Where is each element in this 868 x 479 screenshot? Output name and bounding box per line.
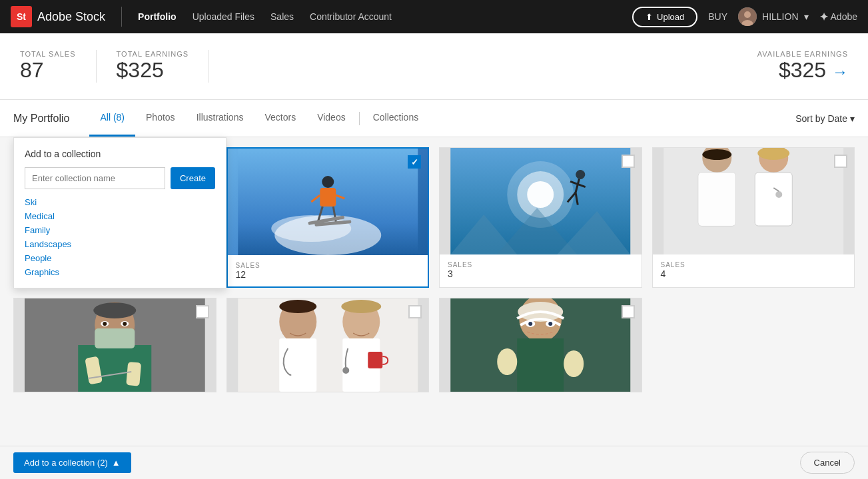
- total-earnings-label: TOTAL EARNINGS: [117, 50, 189, 58]
- svg-rect-45: [755, 173, 792, 226]
- card-checkbox-3[interactable]: [622, 155, 635, 168]
- svg-point-20: [322, 176, 334, 188]
- image-thumbnail-2: [228, 149, 428, 255]
- svg-point-72: [342, 367, 349, 374]
- user-avatar: [738, 7, 757, 26]
- tab-all[interactable]: All (8): [89, 100, 135, 137]
- portfolio-section: My Portfolio All (8) Photos Illustration…: [0, 100, 868, 137]
- adobe-logo-icon: ✦: [819, 11, 828, 23]
- create-collection-button[interactable]: Create: [171, 167, 215, 189]
- image-card-2[interactable]: ✓ SALES 12: [226, 147, 430, 288]
- sort-arrow-icon: ▾: [850, 113, 855, 124]
- nav-uploaded-files[interactable]: Uploaded Files: [193, 11, 254, 22]
- card-sales-value-2: 12: [236, 269, 420, 280]
- header-right: ⬆ Upload BUY HILLION ▾ ✦ Adobe: [632, 7, 857, 27]
- svg-point-59: [93, 302, 136, 318]
- svg-rect-55: [95, 328, 135, 348]
- adobe-section: ✦ Adobe: [819, 11, 857, 23]
- portfolio-header: My Portfolio All (8) Photos Illustration…: [13, 100, 855, 137]
- image-card-7[interactable]: [439, 298, 642, 392]
- svg-point-67: [279, 300, 316, 313]
- collection-item-graphics[interactable]: Graphics: [25, 267, 215, 277]
- total-earnings-stat: TOTAL EARNINGS $325: [97, 50, 210, 83]
- tab-vectors[interactable]: Vectors: [254, 100, 306, 137]
- card-info-3: SALES 3: [440, 254, 642, 286]
- svg-point-80: [548, 322, 552, 326]
- adobe-label: Adobe: [831, 11, 857, 22]
- header-divider: [121, 7, 122, 27]
- bottom-bar: Add to a collection (2) ▲ Cancel: [0, 446, 868, 479]
- user-dropdown-icon: ▾: [804, 11, 809, 22]
- card-checkbox-6[interactable]: [408, 305, 422, 318]
- tab-videos[interactable]: Videos: [306, 100, 356, 137]
- image-thumbnail-7: [440, 298, 642, 392]
- card-checkbox-4[interactable]: [834, 155, 847, 168]
- collection-list: Ski Medical Family Landscapes People Gra…: [25, 197, 215, 277]
- available-earnings-number: $325: [779, 58, 826, 82]
- stats-bar: TOTAL SALES 87 TOTAL EARNINGS $325 AVAIL…: [0, 33, 868, 100]
- collection-input-row: Create: [25, 167, 215, 189]
- svg-rect-71: [368, 352, 382, 368]
- add-to-collection-button[interactable]: Add to a collection (2) ▲: [13, 452, 131, 473]
- nav-portfolio[interactable]: Portfolio: [138, 11, 177, 22]
- nav-sales[interactable]: Sales: [270, 11, 294, 22]
- header-nav: Portfolio Uploaded Files Sales Contribut…: [138, 11, 392, 22]
- svg-rect-21: [320, 188, 336, 207]
- svg-point-81: [497, 348, 517, 375]
- total-sales-label: TOTAL SALES: [20, 50, 76, 58]
- card-sales-value-4: 4: [661, 268, 847, 279]
- collection-item-medical[interactable]: Medical: [25, 211, 215, 221]
- card-sales-label-3: SALES: [448, 261, 634, 268]
- image-card-6[interactable]: [226, 298, 430, 392]
- svg-point-63: [123, 322, 127, 326]
- tab-illustrations[interactable]: Illustrations: [186, 100, 254, 137]
- user-name: HILLION: [762, 11, 798, 22]
- app-header: St Adobe Stock Portfolio Uploaded Files …: [0, 0, 868, 33]
- available-earnings-label: AVAILABLE EARNINGS: [757, 50, 848, 58]
- logo-text: Adobe Stock: [37, 10, 105, 24]
- buy-link[interactable]: BUY: [708, 11, 727, 22]
- collection-item-landscapes[interactable]: Landscapes: [25, 239, 215, 249]
- svg-point-1: [744, 11, 751, 18]
- portfolio-title: My Portfolio: [13, 113, 69, 125]
- card-info-2: SALES 12: [228, 255, 428, 286]
- svg-point-46: [775, 191, 782, 198]
- card-checkbox-2[interactable]: ✓: [408, 155, 421, 169]
- upload-icon: ⬆: [646, 12, 653, 22]
- available-earnings-value: $325 →: [757, 58, 848, 83]
- card-checkbox-7[interactable]: [622, 305, 635, 318]
- tab-collections[interactable]: Collections: [362, 100, 429, 137]
- cancel-button[interactable]: Cancel: [800, 452, 855, 474]
- svg-point-82: [564, 350, 584, 377]
- image-card-3[interactable]: SALES 3: [439, 147, 642, 288]
- upload-button[interactable]: ⬆ Upload: [632, 7, 697, 27]
- card-sales-value-3: 3: [448, 268, 634, 279]
- portfolio-tabs: All (8) Photos Illustrations Vectors Vid…: [89, 100, 429, 137]
- logo-badge: St: [11, 6, 32, 27]
- svg-point-62: [103, 322, 107, 326]
- check-mark-2: ✓: [411, 157, 418, 167]
- collection-item-people[interactable]: People: [25, 253, 215, 263]
- nav-contributor-account[interactable]: Contributor Account: [310, 11, 392, 22]
- collection-name-input[interactable]: [25, 167, 165, 189]
- svg-rect-75: [517, 338, 564, 392]
- add-collection-arrow-icon: ▲: [112, 458, 121, 468]
- image-thumbnail-4: [653, 148, 855, 254]
- image-card-4[interactable]: SALES 4: [652, 147, 855, 288]
- collection-item-family[interactable]: Family: [25, 225, 215, 235]
- image-card-5[interactable]: [13, 298, 217, 392]
- sort-section[interactable]: Sort by Date ▾: [795, 113, 855, 124]
- card-checkbox-5[interactable]: [196, 305, 209, 318]
- available-earnings-arrow: →: [832, 63, 848, 81]
- upload-label: Upload: [657, 12, 684, 22]
- total-sales-stat: TOTAL SALES 87: [13, 50, 97, 83]
- collection-item-ski[interactable]: Ski: [25, 197, 215, 207]
- user-section[interactable]: HILLION ▾: [738, 7, 808, 26]
- header-logo: St Adobe Stock: [11, 6, 105, 27]
- tab-photos[interactable]: Photos: [135, 100, 186, 137]
- main-content: ✓ SALES 12: [0, 137, 868, 402]
- svg-rect-64: [238, 298, 418, 392]
- collection-dropdown: Add to a collection Create Ski Medical F…: [13, 137, 226, 288]
- add-collection-label: Add to a collection (2): [24, 458, 108, 468]
- svg-point-48: [702, 149, 731, 160]
